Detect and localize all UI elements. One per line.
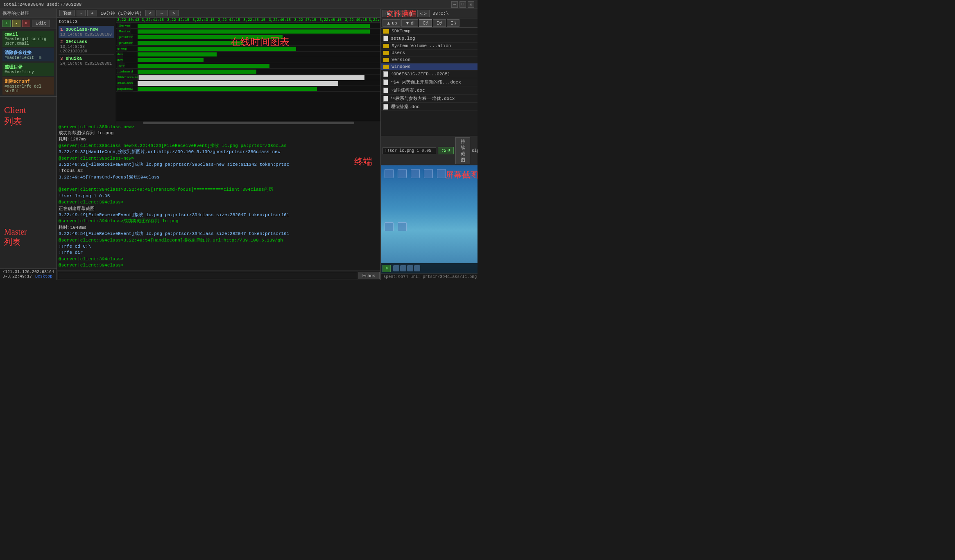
file-row[interactable]: {0D6E631C-3EFD...0285}000kB <box>381 70 478 78</box>
up-btn[interactable]: ▲ up <box>382 19 401 27</box>
chart-row-papa: papabeaz <box>116 86 380 92</box>
maximize-btn[interactable]: □ <box>459 1 466 8</box>
file-name: ~$理综答案.doc <box>391 87 478 93</box>
status-time: 3-3,22:49:17 <box>2 274 32 279</box>
screenshot-desktop: 屏幕截图显示 ⊞ 22:49 <box>381 165 478 273</box>
fwd-btn[interactable]: <-> <box>417 10 430 17</box>
desktop-icon-3 <box>411 169 420 178</box>
batch-header: 保存的批处理 <box>0 9 57 18</box>
file-row[interactable]: 坐标系与参数方程——培优.docx1,116,817kB <box>381 95 478 103</box>
cmd-input[interactable] <box>58 272 357 279</box>
client-num-2: 2 <box>60 39 66 44</box>
timestamps-row: 3,22:40:43 3,22:41:15 3,22:42:15 3,22:43… <box>116 18 380 23</box>
chart-label-cfr: ;cfr <box>117 63 125 69</box>
log-container: 终端 正在创建屏幕截图!!rfe dir!!rfe dsk@server|cli… <box>57 124 380 271</box>
file-name: Windows <box>392 64 478 69</box>
status-desktop: Desktop <box>35 274 52 279</box>
chart-hscroll[interactable] <box>116 121 380 124</box>
log-line: !!rfe dir <box>59 250 379 256</box>
client-name-3: shuika <box>66 56 82 61</box>
action-email[interactable]: email #mastergit config user.email <box>2 31 54 47</box>
file-name: System Volume ...ation <box>392 43 478 48</box>
client-info-2: 13,14:8:33 c2021030100 <box>60 45 113 54</box>
chart-row-printer2: ;printer <box>116 40 380 46</box>
ts-9: 3,22:48:15 <box>319 18 342 22</box>
log-line: 3.22:49:49[FileReceiveEvent]接收 lc.png pa… <box>59 212 379 218</box>
client-item-3[interactable]: 3 shuika 24,10:0:6 c2021020301 <box>59 55 114 67</box>
batch-controls: + - × Edit <box>0 18 57 29</box>
plus-btn[interactable]: + <box>87 10 97 16</box>
test-btn[interactable]: Test <box>59 10 75 16</box>
batch-minus-btn[interactable]: - <box>12 20 20 27</box>
file-name: {0D6E631C-3EFD...0285} <box>391 72 478 77</box>
ts-1: 3,22:40:43 <box>117 18 139 22</box>
file-row[interactable]: System Volume ...ation20,480kB <box>381 43 478 50</box>
chart-scroll-thumb <box>143 122 354 124</box>
folder-icon <box>383 51 389 55</box>
left-panel: 保存的批处理 + - × Edit email #mastergit confi… <box>0 9 57 280</box>
chart-label-386class: 386class-ne <box>117 75 139 80</box>
file-row[interactable]: ~$理综答案.doc162kB <box>381 86 478 95</box>
action-tidy-dir[interactable]: 整理目录 #masterltidy <box>2 63 54 76</box>
batch-edit-btn[interactable]: Edit <box>32 20 50 27</box>
file-row[interactable]: Windows16,384kB <box>381 63 478 70</box>
log-area[interactable]: 终端 正在创建屏幕截图!!rfe dir!!rfe dsk@server|cli… <box>57 124 380 271</box>
action-email-cmd: #mastergit config user.email <box>5 37 52 46</box>
log-line: @server|client:394class>3.22:49:45[Trans… <box>59 187 379 193</box>
file-icon <box>383 71 388 77</box>
file-icon <box>383 88 388 93</box>
log-line: !!rfe cd C:\ <box>59 244 379 250</box>
right-panel: dir <- 🗑 <-> 33:C:\ 文件操作 ▲ up ▼ dl C:\ D… <box>381 9 478 280</box>
nav-right-btn[interactable]: > <box>169 10 179 16</box>
action-clear-cmd: #masterlexit -m <box>5 56 52 60</box>
status-bar-left: /121.31.126.202:63164 3-3,22:49:17 Deskt… <box>0 268 57 280</box>
file-row[interactable]: Users4,096kB <box>381 50 478 56</box>
scr-cmd-input[interactable] <box>382 147 436 154</box>
da-drive-btn[interactable]: D:\ <box>433 19 446 27</box>
chart-label-394class: 394class <box>117 80 133 86</box>
client-name-2: 394class <box>66 39 87 44</box>
chart-label-server: .Server <box>117 23 131 29</box>
taskbar-item-3 <box>407 265 413 271</box>
client-item-1[interactable]: 1 386class-new 13,14:8:8 c2021030100 <box>59 26 114 38</box>
minus-btn[interactable]: - <box>77 10 86 16</box>
file-row[interactable]: SDKTemp000kB <box>381 28 478 35</box>
timeline-nav: < ↔ > <box>145 10 179 16</box>
chart-label-printer1: ;printer <box>117 34 133 40</box>
log-line: 耗时:1287ms <box>59 136 379 142</box>
nav-sync-btn[interactable]: ↔ <box>156 10 168 16</box>
batch-del-btn[interactable]: × <box>22 20 30 27</box>
left-actions: email #mastergit config user.email 清除多余连… <box>0 29 57 97</box>
batch-add-btn[interactable]: + <box>2 20 11 27</box>
timeline-controls: Test - + <box>59 10 97 16</box>
action-del-scrsnf[interactable]: 删除scrSnf #masterlrfe del scrSnf <box>2 77 54 95</box>
chart-row-group: group <box>116 46 380 52</box>
continue-btn[interactable]: 持续截图 <box>455 137 470 164</box>
chart-bar-printer1 <box>138 35 283 39</box>
nav-left-btn[interactable]: < <box>145 10 155 16</box>
file-row[interactable]: Version000kB <box>381 56 478 63</box>
ca-drive-btn[interactable]: C:\ <box>419 19 432 27</box>
file-list: SDKTemp000kBsetup.log189kBSystem Volume … <box>381 28 478 136</box>
file-row[interactable]: ~$4 乘势而上开启新的伟...docx162kB <box>381 78 478 86</box>
ts-5: 3,22:44:15 <box>218 18 240 22</box>
chart-bar-server <box>138 24 370 28</box>
get-btn[interactable]: Get! <box>438 147 454 154</box>
action-clear-conn[interactable]: 清除多余连接 #masterlexit -m <box>2 48 54 61</box>
ea-drive-btn[interactable]: E:\ <box>447 19 459 27</box>
file-row[interactable]: 理综答案.doc197,889kB <box>381 103 478 111</box>
chart-row-dev2: dev <box>116 57 380 63</box>
chart-bar-dev2 <box>138 58 204 62</box>
action-clear-label: 清除多余连接 <box>5 50 52 56</box>
client-item-2[interactable]: 2 394class 13,14:8:33 c2021030100 <box>59 38 114 55</box>
action-del-cmd: #masterlrfe del scrSnf <box>5 84 52 93</box>
chart-bar-papa <box>138 87 317 91</box>
minimize-btn[interactable]: — <box>451 1 458 8</box>
log-line: !!scr lc.png 1 0.05 <box>59 193 379 199</box>
chart-bar-inbuard <box>138 70 256 74</box>
timeline-header: Test - + 10分钟 (1分钟/格) < ↔ > <box>57 9 380 18</box>
echo-btn[interactable]: Echo× <box>358 272 380 279</box>
file-row[interactable]: setup.log189kB <box>381 35 478 43</box>
close-btn[interactable]: ✕ <box>468 1 474 8</box>
dl-btn[interactable]: ▼ dl <box>401 19 418 27</box>
